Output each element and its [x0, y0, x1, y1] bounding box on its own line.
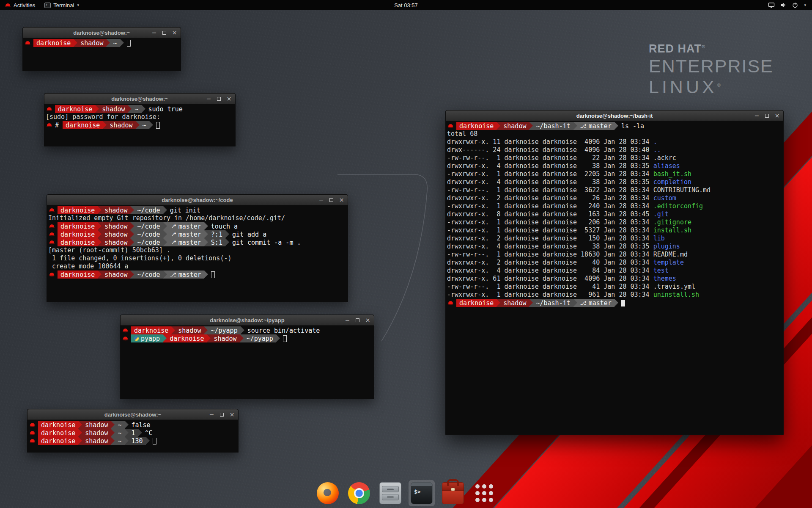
segment-label: ~ [118, 437, 121, 445]
output-text: 1 file changed, 0 insertions(+), 0 delet… [48, 254, 231, 262]
system-status-area[interactable]: ▾ [762, 0, 812, 10]
dock-files-button[interactable] [377, 480, 403, 506]
window-maximize-button[interactable] [329, 197, 334, 203]
dock-toolbox-button[interactable] [440, 480, 466, 506]
redhat-prompt-icon [122, 328, 129, 333]
chevron-down-icon: ▾ [77, 3, 79, 7]
window-minimize-button[interactable]: − [206, 96, 211, 102]
window-minimize-button[interactable]: − [209, 412, 214, 417]
terminal-body[interactable]: darknoiseshadow~/pyappsource bin/activat… [121, 326, 374, 399]
window-titlebar[interactable]: darknoise@shadow:~/pyapp−× [121, 315, 374, 326]
redhat-prompt-icon [49, 224, 56, 229]
window-close-button[interactable]: × [226, 96, 232, 102]
prompt-segment: darknoise [131, 326, 171, 334]
prompt-segment: shadow [99, 105, 128, 113]
prompt-segment: 1 [129, 429, 138, 437]
output-text: create mode 100644 a [48, 262, 129, 270]
terminal-icon: $> [411, 482, 433, 504]
window-titlebar[interactable]: darknoise@shadow:~−× [27, 409, 238, 420]
segment-label: darknoise [36, 39, 71, 47]
terminal-body[interactable]: darknoiseshadow~falsedarknoiseshadow~1^C… [27, 420, 238, 452]
powerline-triangle [204, 271, 208, 278]
prompt-segment: ~/code [134, 206, 163, 214]
prompt-segment: darknoise [456, 299, 497, 307]
prompt-segment: ?:1 [208, 230, 225, 238]
output-text: drwxrwxr-x. 8 darknoise darknoise 163 Ja… [447, 210, 653, 218]
window-titlebar[interactable]: darknoise@shadow:~/bash-it−× [446, 110, 783, 121]
terminal-line: drwxrwxr-x. 2 darknoise darknoise 26 Jan… [447, 194, 782, 202]
terminal-body[interactable]: darknoiseshadow~ [23, 38, 181, 71]
segment-label: ~/pyapp [247, 335, 273, 342]
dock-show-applications-button[interactable] [471, 480, 497, 506]
terminal-line: -rwxrwxr-x. 1 darknoise darknoise 5327 J… [447, 226, 782, 235]
activities-button[interactable]: Activities [0, 0, 40, 10]
window-close-button[interactable]: × [229, 412, 235, 417]
segment-label: shadow [85, 429, 108, 437]
dock-firefox-button[interactable] [315, 480, 341, 506]
output-text: bash_it.sh [653, 170, 691, 178]
dock-terminal-button[interactable]: $> [409, 480, 435, 506]
segment-label: darknoise [58, 105, 92, 113]
segment-label: shadow [80, 39, 103, 47]
prompt-segment: shadow [102, 222, 130, 230]
powerline-triangle [130, 222, 134, 230]
powerline-separator-icon [142, 105, 145, 113]
window-titlebar[interactable]: darknoise@shadow:~−× [44, 94, 235, 104]
terminal-line: drwx------. 24 darknoise darknoise 4096 … [447, 146, 782, 154]
output-text: plugins [653, 243, 680, 250]
window-minimize-button[interactable]: − [318, 197, 324, 203]
terminal-line: -rw-rw-r--. 1 darknoise darknoise 41 Jan… [447, 283, 782, 291]
powerline-triangle [111, 429, 115, 436]
window-minimize-button[interactable]: − [754, 113, 760, 119]
app-menu[interactable]: Terminal ▾ [40, 0, 84, 10]
segment-label: darknoise [60, 223, 95, 230]
window-maximize-button[interactable] [219, 412, 225, 417]
prompt-segment: shadow [211, 334, 239, 342]
powerline-separator-icon [204, 326, 208, 334]
dock-chrome-button[interactable] [346, 480, 372, 506]
branch-icon: ⎇ [170, 271, 176, 278]
terminal-window: darknoise@shadow:~/pyapp−×darknoiseshado… [120, 315, 374, 399]
prompt-segment: shadow [82, 429, 111, 437]
terminal-line: darknoiseshadow~/code⎇mastertouch a [48, 222, 346, 230]
output-text: README.md [653, 251, 688, 258]
window-close-button[interactable]: × [365, 318, 370, 323]
window-maximize-button[interactable] [216, 96, 222, 102]
window-close-button[interactable]: × [774, 113, 780, 119]
prompt-segment: ~/pyapp [208, 326, 240, 334]
window-maximize-button[interactable] [355, 318, 360, 323]
power-icon [792, 2, 798, 8]
powerline-triangle [78, 429, 82, 436]
command-text: sudo true [148, 105, 183, 113]
powerline-separator-icon [130, 238, 134, 246]
window-maximize-button[interactable] [162, 30, 167, 36]
prompt-segment: ~/pyapp [244, 334, 276, 342]
output-text: custom [653, 194, 676, 202]
prompt-segment: darknoise [33, 39, 74, 47]
terminal-line: drwxrwxr-x. 4 darknoise darknoise 38 Jan… [447, 243, 782, 251]
prompt-segment: darknoise [38, 421, 78, 429]
window-minimize-button[interactable]: − [151, 30, 157, 36]
terminal-body[interactable]: darknoiseshadow~/codegit initInitialized… [47, 205, 348, 302]
segment-label: ?:1 [211, 231, 222, 238]
window-titlebar[interactable]: darknoise@shadow:~−× [23, 28, 181, 38]
cursor-block [621, 300, 625, 306]
powerline-separator-icon [130, 271, 134, 279]
window-maximize-button[interactable] [764, 113, 770, 119]
window-titlebar[interactable]: darknoise@shadow:~/code−× [47, 195, 348, 205]
terminal-body[interactable]: darknoiseshadow~/bash-it⎇masterls -latot… [446, 121, 783, 434]
prompt-segment: darknoise [58, 238, 98, 246]
terminal-line: -rwxrwxr-x. 1 darknoise darknoise 961 Ja… [447, 291, 782, 299]
window-close-button[interactable]: × [339, 197, 344, 203]
segment-label: darknoise [66, 121, 100, 129]
terminal-line: [master (root-commit) 50bcb63] . [48, 246, 346, 254]
powerline-separator-icon [95, 105, 99, 113]
output-text: drwxrwxr-x. 2 darknoise darknoise 40 Jan… [447, 259, 653, 266]
powerline-triangle [497, 122, 500, 130]
window-close-button[interactable]: × [172, 30, 177, 36]
window-minimize-button[interactable]: − [345, 318, 350, 323]
clock[interactable]: Sat 03:57 [394, 2, 418, 8]
terminal-line: -rwxrwxr-x. 1 darknoise darknoise 240 Ja… [447, 202, 782, 210]
terminal-body[interactable]: darknoiseshadow~sudo true[sudo] password… [44, 104, 235, 146]
powerline-separator-icon [111, 437, 115, 445]
